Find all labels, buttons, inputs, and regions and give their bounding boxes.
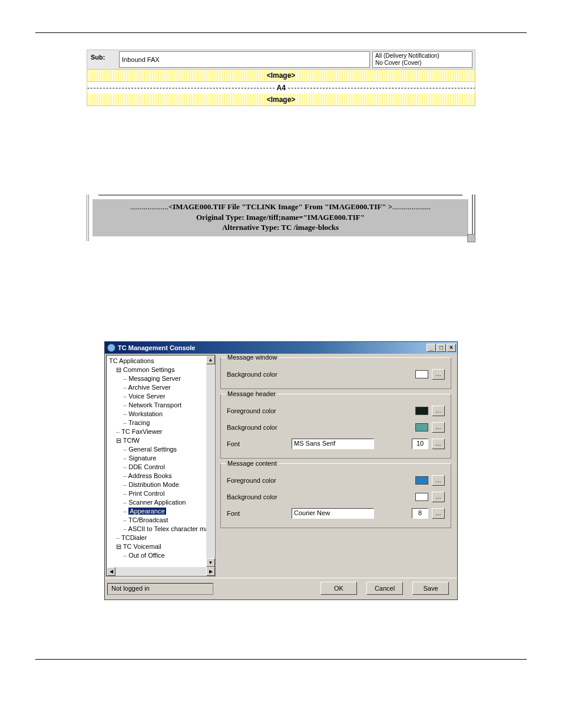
alt-view-line3: Alternative Type: TC /image-blocks bbox=[92, 222, 468, 233]
image-placeholder-bottom: <Image> bbox=[87, 94, 475, 106]
options-box[interactable]: All (Delivery Notification) No Cover (Co… bbox=[372, 51, 472, 68]
tree-item[interactable]: Messaging Server bbox=[108, 374, 214, 383]
tree-item[interactable]: Out of Office bbox=[108, 551, 214, 560]
font-label: Font bbox=[227, 510, 292, 517]
alt-view-top-rule bbox=[98, 195, 462, 196]
tree-item[interactable]: Address Books bbox=[108, 472, 214, 480]
page-top-rule bbox=[35, 32, 527, 33]
tree-scroll-up[interactable]: ▲ bbox=[206, 355, 215, 364]
bgcolor-swatch bbox=[415, 423, 428, 431]
tree-item[interactable]: General Settings bbox=[108, 445, 214, 454]
tree-item[interactable]: Archive Server bbox=[108, 383, 214, 392]
nav-tree[interactable]: TC Applications Common Settings Messagin… bbox=[106, 355, 216, 577]
bgcolor-swatch bbox=[415, 370, 428, 378]
tree-voicemail[interactable]: TC Voicemail bbox=[108, 542, 214, 551]
maximize-button[interactable]: □ bbox=[437, 344, 446, 352]
group-message-content: Message content Foreground color … Backg… bbox=[220, 463, 451, 528]
font-name-field[interactable]: Courier New bbox=[292, 508, 374, 519]
group-legend: Message header bbox=[226, 390, 277, 397]
bgcolor-picker-button[interactable]: … bbox=[432, 492, 445, 502]
font-size-field[interactable]: 8 bbox=[412, 508, 428, 519]
bgcolor-label: Background color bbox=[227, 371, 292, 378]
fgcolor-picker-button[interactable]: … bbox=[432, 406, 445, 416]
fgcolor-swatch bbox=[415, 407, 428, 415]
tree-item[interactable]: Distribution Mode bbox=[108, 480, 214, 489]
group-message-window: Message window Background color … bbox=[220, 357, 451, 389]
tree-item[interactable]: Tracing bbox=[108, 419, 214, 427]
tree-item[interactable]: Print Control bbox=[108, 489, 214, 498]
tree-item[interactable]: Scanner Application bbox=[108, 498, 214, 507]
tree-scroll-down[interactable]: ▼ bbox=[206, 558, 215, 567]
tree-tcfw[interactable]: TCfW bbox=[108, 436, 214, 445]
subject-label: Sub: bbox=[87, 50, 117, 69]
group-legend: Message content bbox=[226, 460, 279, 467]
font-label: Font bbox=[227, 440, 292, 447]
tree-scroll-right[interactable]: ▶ bbox=[206, 567, 215, 576]
tree-item[interactable]: TC/Broadcast bbox=[108, 516, 214, 525]
page-bottom-rule bbox=[35, 659, 527, 660]
font-picker-button[interactable]: … bbox=[432, 508, 445, 519]
bgcolor-picker-button[interactable]: … bbox=[432, 422, 445, 433]
management-console-window: TC Management Console _ □ × TC Applicati… bbox=[104, 341, 458, 600]
font-name-field[interactable]: MS Sans Serif bbox=[292, 439, 374, 449]
settings-panel: Message window Background color … Messag… bbox=[217, 354, 457, 578]
font-size-field[interactable]: 10 bbox=[412, 439, 428, 449]
fgcolor-label: Foreground color bbox=[227, 407, 292, 414]
tree-item-appearance[interactable]: Appearance bbox=[108, 507, 214, 516]
bgcolor-label: Background color bbox=[227, 424, 292, 431]
cancel-button[interactable]: Cancel bbox=[366, 582, 403, 595]
tree-item[interactable]: Signature bbox=[108, 454, 214, 463]
save-button[interactable]: Save bbox=[412, 582, 449, 595]
ok-button[interactable]: OK bbox=[320, 582, 357, 595]
close-button[interactable]: × bbox=[447, 344, 456, 352]
alt-view-line2: Original Type: Image/tiff;name="IMAGE000… bbox=[92, 212, 468, 223]
window-titlebar[interactable]: TC Management Console _ □ × bbox=[105, 342, 457, 354]
tree-item[interactable]: Network Transport bbox=[108, 401, 214, 410]
tree-item[interactable]: Workstation bbox=[108, 410, 214, 419]
scroll-down-button[interactable] bbox=[467, 234, 475, 242]
bgcolor-picker-button[interactable]: … bbox=[432, 369, 445, 380]
minimize-button[interactable]: _ bbox=[427, 344, 436, 352]
fax-header-panel: Sub: All (Delivery Notification) No Cove… bbox=[87, 50, 475, 106]
bgcolor-label: Background color bbox=[227, 493, 292, 500]
tree-tcdialer[interactable]: TCDialer bbox=[108, 533, 214, 542]
subject-input[interactable] bbox=[119, 51, 370, 68]
a4-label: A4 bbox=[274, 84, 287, 92]
tree-root[interactable]: TC Applications bbox=[108, 357, 214, 365]
bgcolor-swatch bbox=[415, 493, 428, 501]
cover-line: No Cover (Cover) bbox=[375, 60, 470, 67]
tree-faxviewer[interactable]: TC FaxViewer bbox=[108, 427, 214, 436]
delivery-notification-line: All (Delivery Notification) bbox=[375, 52, 470, 60]
alt-view-panel: <IMAGE000.TIF File "TCLINK Image" From "… bbox=[87, 195, 475, 241]
tree-item[interactable]: ASCII to Telex character mappin bbox=[108, 525, 214, 533]
font-picker-button[interactable]: … bbox=[432, 439, 445, 449]
tree-item[interactable]: DDE Control bbox=[108, 463, 214, 472]
tree-item[interactable]: Voice Server bbox=[108, 392, 214, 401]
group-legend: Message window bbox=[226, 354, 279, 361]
app-icon bbox=[107, 344, 115, 352]
a4-separator: A4 bbox=[87, 82, 475, 94]
tree-common-settings[interactable]: Common Settings bbox=[108, 365, 214, 374]
window-title: TC Management Console bbox=[118, 344, 195, 351]
status-bar: Not logged in bbox=[107, 583, 213, 595]
fgcolor-picker-button[interactable]: … bbox=[432, 475, 445, 486]
image-placeholder-top: <Image> bbox=[87, 70, 475, 82]
group-message-header: Message header Foreground color … Backgr… bbox=[220, 394, 451, 459]
fgcolor-label: Foreground color bbox=[227, 477, 292, 484]
alt-view-line1: <IMAGE000.TIF File "TCLINK Image" From "… bbox=[92, 202, 468, 212]
fgcolor-swatch bbox=[415, 476, 428, 485]
tree-scroll-left[interactable]: ◀ bbox=[107, 567, 115, 576]
